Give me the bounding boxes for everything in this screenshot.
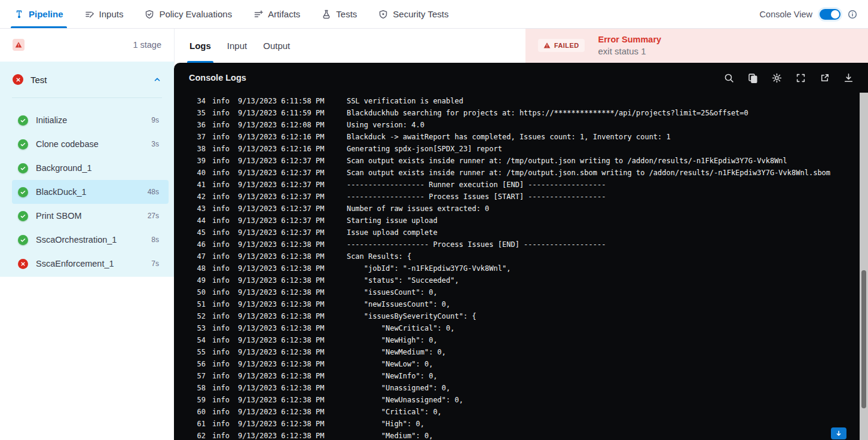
- log-tab-logs[interactable]: Logs: [190, 28, 211, 63]
- fullscreen-icon[interactable]: [796, 73, 806, 83]
- download-icon[interactable]: [843, 73, 854, 83]
- log-timestamp: 9/13/2023 6:12:37 PM: [238, 227, 332, 239]
- log-line-number: 46: [195, 239, 206, 250]
- log-line: 41info9/13/2023 6:12:37 PM--------------…: [174, 179, 860, 191]
- log-timestamp: 9/13/2023 6:12:38 PM: [238, 310, 332, 322]
- log-timestamp: 9/13/2023 6:12:08 PM: [238, 119, 332, 131]
- log-level: info: [212, 406, 230, 418]
- top-tab-inputs[interactable]: Inputs: [85, 0, 124, 28]
- log-line: 51info9/13/2023 6:12:38 PM "newIssuesCou…: [174, 298, 860, 310]
- stage-row-test[interactable]: Test: [0, 62, 174, 97]
- log-level: info: [212, 239, 230, 250]
- search-icon[interactable]: [724, 73, 734, 83]
- chevron-up-icon[interactable]: [153, 75, 161, 84]
- check-circle-icon: [18, 163, 28, 173]
- log-timestamp: 9/13/2023 6:12:38 PM: [238, 382, 332, 394]
- top-tab-label: Tests: [336, 9, 357, 19]
- x-circle-icon: [18, 259, 28, 269]
- scroll-to-bottom-button[interactable]: [831, 427, 846, 439]
- log-timestamp: 9/13/2023 6:12:38 PM: [238, 418, 332, 430]
- log-message: Generating spdx-json[SPDX_23] report: [347, 143, 502, 155]
- log-level: info: [212, 358, 230, 370]
- top-tab-tests[interactable]: Tests: [322, 0, 357, 28]
- log-line: 61info9/13/2023 6:12:38 PM "High": 0,: [174, 418, 860, 430]
- top-tab-pipeline[interactable]: Pipeline: [14, 0, 63, 28]
- step-row-sscaenforcement-1[interactable]: SscaEnforcement_17s: [12, 252, 169, 276]
- log-timestamp: 9/13/2023 6:12:38 PM: [238, 358, 332, 370]
- open-in-new-icon[interactable]: [820, 73, 830, 83]
- top-tab-policy-evaluations[interactable]: Policy Evaluations: [145, 0, 232, 28]
- info-icon[interactable]: [848, 10, 857, 19]
- log-message: "jobId": "-n1FkEpdiw3Y7G-Vvk8Wnl",: [347, 262, 511, 274]
- log-message: "issuesBySeverityCount": {: [347, 310, 476, 322]
- step-row-initialize[interactable]: Initialize9s: [12, 108, 169, 132]
- scrollbar-thumb[interactable]: [861, 270, 866, 408]
- settings-icon[interactable]: [772, 73, 782, 83]
- log-line: 56info9/13/2023 6:12:38 PM "NewLow": 0,: [174, 358, 860, 370]
- log-timestamp: 9/13/2023 6:12:38 PM: [238, 334, 332, 346]
- top-tab-artifacts[interactable]: Artifacts: [253, 0, 300, 28]
- log-level: info: [212, 346, 230, 358]
- log-level: info: [212, 394, 230, 406]
- log-message: Scan output exists inside runner at: /tm…: [347, 155, 787, 167]
- log-message: "High": 0,: [347, 418, 424, 430]
- log-timestamp: 9/13/2023 6:12:38 PM: [238, 322, 332, 334]
- stage-warning-icon: [13, 39, 25, 51]
- console-logs-panel: Console Logs 34info9/13/2023 6:11:58 PMS…: [174, 63, 868, 440]
- top-nav: PipelineInputsPolicy EvaluationsArtifact…: [0, 0, 868, 29]
- log-line-number: 38: [195, 143, 206, 155]
- step-label: Initialize: [36, 115, 67, 125]
- sidebar: 1 stage Test Initialize9sClone codebase3…: [0, 28, 175, 440]
- step-list: Initialize9sClone codebase3sBackground_1…: [0, 108, 174, 276]
- log-line: 52info9/13/2023 6:12:38 PM "issuesBySeve…: [174, 310, 860, 322]
- console-view-toggle[interactable]: [820, 9, 841, 20]
- log-line: 49info9/13/2023 6:12:38 PM "status": "Su…: [174, 274, 860, 286]
- log-tab-output[interactable]: Output: [263, 28, 290, 63]
- log-message: "newIssuesCount": 0,: [347, 298, 450, 310]
- step-label: BlackDuck_1: [36, 187, 87, 197]
- log-level: info: [212, 215, 230, 227]
- console-scrollbar[interactable]: [860, 93, 868, 440]
- log-line-number: 39: [195, 155, 206, 167]
- sidebar-header: 1 stage: [0, 28, 174, 62]
- log-line-number: 51: [195, 298, 206, 310]
- step-row-background-1[interactable]: Background_1: [12, 156, 169, 180]
- copy-icon[interactable]: [748, 73, 758, 83]
- top-tab-security-tests[interactable]: Security Tests: [378, 0, 448, 28]
- log-list: 34info9/13/2023 6:11:58 PMSSL verificati…: [174, 97, 860, 440]
- log-line-number: 52: [195, 310, 206, 322]
- warning-triangle-icon: [543, 42, 551, 49]
- step-duration: 3s: [151, 140, 159, 148]
- log-timestamp: 9/13/2023 6:12:38 PM: [238, 274, 332, 286]
- step-row-blackduck-1[interactable]: BlackDuck_148s: [12, 180, 169, 204]
- log-message: ------------------- Process Issues [END]…: [347, 239, 606, 250]
- log-message: ------------------ Process Issues [START…: [347, 191, 606, 203]
- log-line-number: 35: [195, 107, 206, 119]
- step-row-clone-codebase[interactable]: Clone codebase3s: [12, 132, 169, 156]
- log-line-number: 54: [195, 334, 206, 346]
- log-line-number: 47: [195, 250, 206, 262]
- log-message: Number of raw issues extracted: 0: [347, 203, 489, 215]
- top-tab-label: Policy Evaluations: [159, 9, 232, 19]
- log-message: "NewLow": 0,: [347, 358, 433, 370]
- log-line-number: 59: [195, 394, 206, 406]
- console-toolbar: [724, 73, 854, 83]
- check-circle-icon: [18, 235, 28, 245]
- log-timestamp: 9/13/2023 6:12:16 PM: [238, 131, 332, 143]
- error-summary-message: exit status 1: [598, 46, 662, 56]
- log-timestamp: 9/13/2023 6:12:38 PM: [238, 298, 332, 310]
- log-line: 42info9/13/2023 6:12:37 PM--------------…: [174, 191, 860, 203]
- log-line-number: 40: [195, 167, 206, 179]
- log-viewport[interactable]: 34info9/13/2023 6:11:58 PMSSL verificati…: [174, 97, 860, 440]
- log-message: "Medium": 0,: [347, 430, 433, 440]
- check-circle-icon: [18, 187, 28, 197]
- log-tab-input[interactable]: Input: [227, 28, 247, 63]
- log-level: info: [212, 167, 230, 179]
- log-line-number: 34: [195, 97, 206, 107]
- top-tab-label: Pipeline: [29, 9, 63, 19]
- failed-badge-label: FAILED: [554, 42, 579, 49]
- top-tab-label: Security Tests: [393, 9, 448, 19]
- step-row-print-sbom[interactable]: Print SBOM27s: [12, 204, 169, 228]
- step-row-sscaorchestration-1[interactable]: SscaOrchestration_18s: [12, 228, 169, 252]
- log-line-number: 44: [195, 215, 206, 227]
